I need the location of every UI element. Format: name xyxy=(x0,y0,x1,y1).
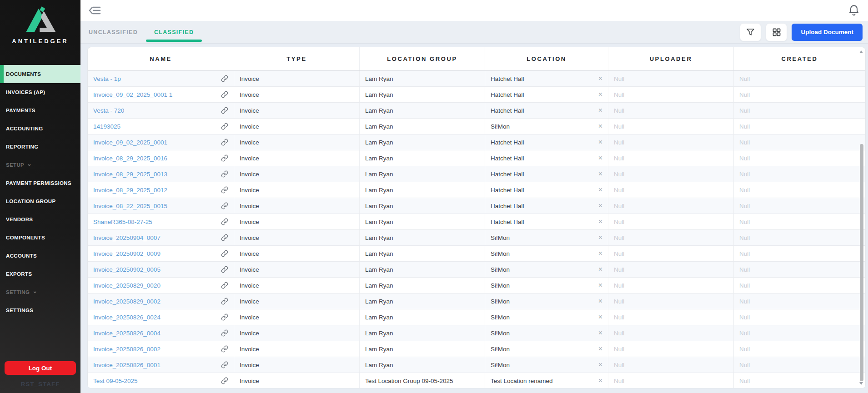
scroll-down-arrow[interactable] xyxy=(859,382,863,385)
scrollbar-thumb[interactable] xyxy=(860,144,863,381)
clear-location-icon[interactable]: × xyxy=(598,250,602,257)
document-name-link[interactable]: Invoice_20250904_0007 xyxy=(93,234,161,241)
document-name-link[interactable]: Invoice_08_29_2025_0016 xyxy=(93,155,167,162)
document-name-link[interactable]: Invoice_20250826_0002 xyxy=(93,346,161,353)
link-icon[interactable] xyxy=(221,298,228,305)
sidebar-nav-item[interactable]: ACCOUNTS xyxy=(0,247,80,265)
link-icon[interactable] xyxy=(221,313,228,321)
clear-location-icon[interactable]: × xyxy=(598,298,602,305)
document-name-link[interactable]: Invoice_20250826_0004 xyxy=(93,330,161,337)
uploader-cell: Null xyxy=(608,87,734,102)
clear-location-icon[interactable]: × xyxy=(598,234,602,241)
clear-location-icon[interactable]: × xyxy=(598,361,602,368)
clear-location-icon[interactable]: × xyxy=(598,107,602,114)
sidebar-nav-item[interactable]: COMPONENTS xyxy=(0,229,80,247)
tab-bar: UNCLASSIFIED CLASSIFIED xyxy=(80,21,868,44)
clear-location-icon[interactable]: × xyxy=(598,139,602,146)
link-icon[interactable] xyxy=(221,186,228,194)
created-cell: Null xyxy=(734,325,865,341)
sidebar-nav-item[interactable]: ACCOUNTING xyxy=(0,119,80,138)
clear-location-icon[interactable]: × xyxy=(598,91,602,98)
document-name-link[interactable]: 14193025 xyxy=(93,123,120,130)
collapse-sidebar-icon[interactable] xyxy=(89,5,101,16)
sidebar-nav-item[interactable]: INVOICES (AP) xyxy=(0,83,80,101)
link-icon[interactable] xyxy=(221,282,228,289)
sidebar-nav-item[interactable]: PAYMENT PERMISSIONS xyxy=(0,174,80,192)
clear-location-icon[interactable]: × xyxy=(598,202,602,209)
document-name-link[interactable]: Vesta - 1p xyxy=(93,75,121,82)
document-name-link[interactable]: Invoice_08_22_2025_0015 xyxy=(93,203,167,209)
clear-location-icon[interactable]: × xyxy=(598,75,602,82)
document-name-link[interactable]: Test 09-05-2025 xyxy=(93,378,138,384)
link-icon[interactable] xyxy=(221,75,228,82)
clear-location-icon[interactable]: × xyxy=(598,218,602,225)
document-name-link[interactable]: ShaneR365-08-27-25 xyxy=(93,219,152,225)
document-name-link[interactable]: Invoice_08_29_2025_0013 xyxy=(93,171,167,178)
document-name-link[interactable]: Invoice_20250829_0002 xyxy=(93,298,161,305)
sidebar-nav-item-label: LOCATION GROUP xyxy=(6,199,55,204)
link-icon[interactable] xyxy=(221,234,228,241)
document-name-link[interactable]: Invoice_20250829_0020 xyxy=(93,282,161,289)
link-icon[interactable] xyxy=(221,361,228,368)
document-name-link[interactable]: Invoice_08_29_2025_0012 xyxy=(93,187,167,194)
link-icon[interactable] xyxy=(221,329,228,337)
scroll-up-arrow[interactable] xyxy=(859,50,863,53)
clear-location-icon[interactable]: × xyxy=(598,282,602,289)
clear-location-icon[interactable]: × xyxy=(598,345,602,353)
sidebar-nav-item[interactable]: VENDORS xyxy=(0,210,80,229)
logout-button[interactable]: Log Out xyxy=(5,361,76,375)
tab[interactable]: UNCLASSIFIED xyxy=(80,21,146,43)
link-icon[interactable] xyxy=(221,250,228,257)
clear-location-icon[interactable]: × xyxy=(598,266,602,273)
sidebar-nav-item[interactable]: PAYMENTS xyxy=(0,101,80,119)
sidebar-nav-item[interactable]: DOCUMENTS xyxy=(0,65,80,83)
link-icon[interactable] xyxy=(221,202,228,209)
document-name-link[interactable]: Invoice_09_02_2025_0001 xyxy=(93,139,167,146)
document-name-link[interactable]: Invoice_20250826_0001 xyxy=(93,362,161,368)
created-cell: Null xyxy=(734,166,865,182)
link-icon[interactable] xyxy=(221,154,228,162)
link-icon[interactable] xyxy=(221,218,228,225)
clear-location-icon[interactable]: × xyxy=(598,123,602,130)
clear-location-icon[interactable]: × xyxy=(598,313,602,321)
document-name-link[interactable]: Vesta - 720 xyxy=(93,107,124,114)
link-icon[interactable] xyxy=(221,377,228,384)
document-name-link[interactable]: Invoice_20250902_0009 xyxy=(93,250,161,257)
created-cell: Null xyxy=(734,341,865,357)
filter-button[interactable] xyxy=(740,23,761,41)
sidebar-nav-item[interactable]: LOCATION GROUP xyxy=(0,192,80,210)
column-header: CREATED xyxy=(734,47,865,70)
created-cell: Null xyxy=(734,262,865,277)
tab[interactable]: CLASSIFIED xyxy=(146,21,202,43)
grid-view-button[interactable] xyxy=(766,23,787,41)
upload-document-button[interactable]: Upload Document xyxy=(792,24,863,41)
table-row: Invoice_20250829_0020 Invoice Lam Ryan xyxy=(88,278,865,294)
sidebar-nav-item[interactable]: SETUP xyxy=(0,156,80,174)
table-scrollbar[interactable] xyxy=(858,50,864,386)
clear-location-icon[interactable]: × xyxy=(598,170,602,178)
sidebar-nav-item[interactable]: SETTING xyxy=(0,283,80,301)
document-name-link[interactable]: Invoice_20250826_0024 xyxy=(93,314,161,321)
link-icon[interactable] xyxy=(221,107,228,114)
sidebar-nav-item[interactable]: SETTINGS xyxy=(0,301,80,319)
clear-location-icon[interactable]: × xyxy=(598,329,602,337)
sidebar-nav-item[interactable]: EXPORTS xyxy=(0,265,80,283)
location-value: Hatchet Hall xyxy=(491,203,524,209)
link-icon[interactable] xyxy=(221,139,228,146)
link-icon[interactable] xyxy=(221,266,228,273)
uploader-cell: Null xyxy=(608,166,734,182)
clear-location-icon[interactable]: × xyxy=(598,154,602,162)
clear-location-icon[interactable]: × xyxy=(598,377,602,384)
link-icon[interactable] xyxy=(221,91,228,98)
table-row: Invoice_08_22_2025_0015 Invoice Lam Ryan xyxy=(88,198,865,214)
link-icon[interactable] xyxy=(221,170,228,178)
clear-location-icon[interactable]: × xyxy=(598,186,602,194)
notifications-bell-icon[interactable] xyxy=(848,4,860,17)
location-cell: Si!Mon × xyxy=(485,246,608,261)
document-name-link[interactable]: Invoice_09_02_2025_0001 1 xyxy=(93,91,172,98)
document-name-link[interactable]: Invoice_20250902_0005 xyxy=(93,266,161,273)
link-icon[interactable] xyxy=(221,123,228,130)
name-cell: Invoice_20250826_0001 xyxy=(88,357,234,373)
sidebar-nav-item[interactable]: REPORTING xyxy=(0,138,80,156)
link-icon[interactable] xyxy=(221,345,228,353)
